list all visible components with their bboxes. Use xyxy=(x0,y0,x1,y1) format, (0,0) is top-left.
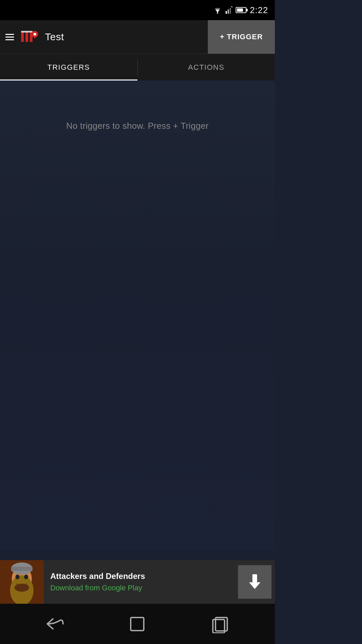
download-icon xyxy=(246,574,263,590)
status-bar: 2:22 xyxy=(0,0,275,20)
svg-point-0 xyxy=(217,12,218,14)
ad-thumb-art xyxy=(0,560,44,604)
main-content: No triggers to show. Press + Trigger xyxy=(0,80,275,550)
svg-point-16 xyxy=(24,575,28,579)
tabs-container: TRIGGERS ACTIONS xyxy=(0,54,275,80)
svg-marker-4 xyxy=(231,6,232,8)
ad-banner[interactable]: Attackers and Defenders Download from Go… xyxy=(0,560,275,604)
menu-icon[interactable] xyxy=(5,34,14,40)
tab-triggers[interactable]: TRIGGERS xyxy=(0,54,137,80)
svg-rect-8 xyxy=(21,31,33,33)
status-icons: 2:22 xyxy=(213,5,268,15)
battery-icon xyxy=(236,7,246,13)
app-header: Test + TRIGGER xyxy=(0,20,275,54)
svg-rect-5 xyxy=(21,32,24,42)
ad-title: Attackers and Defenders xyxy=(50,572,231,581)
empty-state-message: No triggers to show. Press + Trigger xyxy=(66,121,209,131)
nav-bar xyxy=(0,604,275,644)
svg-marker-21 xyxy=(249,582,260,589)
svg-point-19 xyxy=(14,584,29,592)
home-button[interactable] xyxy=(124,610,151,637)
back-button[interactable] xyxy=(41,610,68,637)
svg-rect-22 xyxy=(131,618,144,631)
svg-rect-18 xyxy=(11,567,33,571)
tab-actions[interactable]: ACTIONS xyxy=(138,54,275,80)
svg-point-10 xyxy=(34,33,36,36)
svg-rect-20 xyxy=(252,574,257,582)
signal-icon xyxy=(226,6,232,14)
ad-download-button[interactable] xyxy=(238,565,272,599)
add-trigger-button[interactable]: + TRIGGER xyxy=(208,20,275,54)
svg-rect-3 xyxy=(230,8,231,14)
svg-rect-6 xyxy=(25,32,28,42)
app-title: Test xyxy=(45,31,64,43)
ad-text-area: Attackers and Defenders Download from Go… xyxy=(44,572,238,592)
app-logo xyxy=(19,27,40,47)
svg-rect-1 xyxy=(226,11,227,14)
svg-rect-2 xyxy=(228,9,229,14)
header-left: Test xyxy=(0,27,208,47)
ad-thumbnail xyxy=(0,560,44,604)
status-time: 2:22 xyxy=(250,5,268,15)
recents-button[interactable] xyxy=(207,610,234,637)
svg-point-15 xyxy=(15,575,19,579)
ad-subtitle: Download from Google Play xyxy=(50,584,231,592)
wifi-icon xyxy=(213,6,222,14)
